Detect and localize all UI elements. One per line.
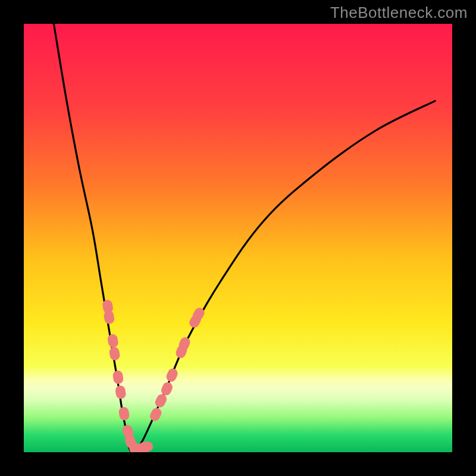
plot-background — [24, 24, 452, 452]
watermark-text: TheBottleneck.com — [330, 4, 468, 22]
bottleneck-chart — [0, 0, 476, 476]
bead — [140, 441, 153, 452]
chart-frame: TheBottleneck.com — [0, 0, 476, 476]
